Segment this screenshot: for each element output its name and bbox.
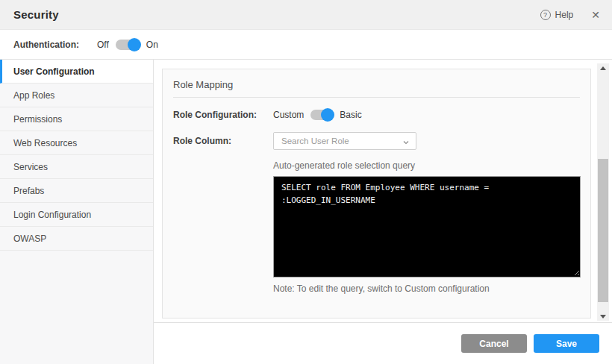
- sidebar-item-permissions[interactable]: Permissions: [0, 107, 153, 131]
- sidebar-item-label: App Roles: [13, 90, 54, 101]
- role-mapping-panel: Role Mapping Role Configuration: Custom …: [162, 69, 591, 318]
- help-label: Help: [555, 10, 574, 20]
- sidebar-item-owasp[interactable]: OWASP: [0, 227, 153, 251]
- content-area: User Configuration App Roles Permissions…: [0, 60, 612, 364]
- query-editor-wrap: SELECT role FROM Employee WHERE username…: [273, 176, 581, 277]
- chevron-down-icon: [403, 139, 409, 145]
- custom-option-label: Custom: [273, 110, 304, 120]
- footer-actions: Cancel Save: [154, 323, 612, 364]
- sidebar: User Configuration App Roles Permissions…: [0, 60, 154, 364]
- authentication-off-label: Off: [97, 40, 109, 50]
- cancel-button[interactable]: Cancel: [461, 334, 527, 353]
- page-title: Security: [13, 8, 59, 21]
- role-configuration-toggle[interactable]: [310, 110, 333, 120]
- role-configuration-row: Role Configuration: Custom Basic: [173, 110, 580, 120]
- header-actions: ? Help ✕: [540, 10, 600, 20]
- panel-title-divider: [173, 97, 580, 98]
- panel-title: Role Mapping: [163, 69, 590, 97]
- toggle-knob: [321, 108, 334, 122]
- sidebar-item-label: Permissions: [13, 114, 62, 125]
- scroll-down-icon[interactable]: [597, 312, 609, 321]
- role-configuration-control: Custom Basic: [273, 110, 362, 120]
- vertical-scrollbar[interactable]: [597, 63, 609, 321]
- role-column-label: Role Column:: [173, 136, 273, 146]
- scroll-up-icon[interactable]: [597, 63, 609, 72]
- help-button[interactable]: ? Help: [540, 10, 574, 20]
- help-icon: ?: [540, 10, 551, 20]
- sidebar-item-prefabs[interactable]: Prefabs: [0, 179, 153, 203]
- sidebar-item-user-configuration[interactable]: User Configuration: [0, 60, 153, 84]
- sidebar-item-services[interactable]: Services: [0, 155, 153, 179]
- sidebar-item-app-roles[interactable]: App Roles: [0, 84, 153, 107]
- basic-option-label: Basic: [340, 110, 361, 120]
- query-caption: Auto-generated role selection query: [273, 160, 580, 171]
- sidebar-item-label: User Configuration: [13, 66, 95, 77]
- authentication-on-label: On: [146, 40, 158, 50]
- main-area: Role Mapping Role Configuration: Custom …: [154, 60, 612, 364]
- scrollbar-thumb[interactable]: [598, 159, 608, 302]
- authentication-bar: Authentication: Off On: [0, 30, 612, 60]
- authentication-label: Authentication:: [13, 40, 79, 50]
- query-section: Auto-generated role selection query SELE…: [273, 160, 580, 294]
- authentication-toggle[interactable]: [116, 40, 140, 50]
- close-icon[interactable]: ✕: [591, 10, 600, 20]
- sidebar-item-label: Prefabs: [13, 186, 44, 196]
- role-column-placeholder: Search User Role: [281, 136, 349, 145]
- sidebar-item-web-resources[interactable]: Web Resources: [0, 131, 153, 155]
- role-column-select[interactable]: Search User Role: [273, 132, 416, 150]
- security-dialog: Security ? Help ✕ Authentication: Off On…: [0, 0, 612, 364]
- triangle-up-shape: [600, 66, 606, 70]
- sidebar-item-label: Services: [13, 162, 48, 172]
- triangle-down-shape: [600, 315, 606, 318]
- save-button[interactable]: Save: [534, 334, 599, 353]
- dialog-header: Security ? Help ✕: [0, 0, 612, 30]
- query-note: Note: To edit the query, switch to Custo…: [273, 283, 580, 294]
- sidebar-item-label: Login Configuration: [13, 210, 91, 220]
- query-textarea[interactable]: SELECT role FROM Employee WHERE username…: [273, 176, 581, 277]
- role-column-row: Role Column: Search User Role: [173, 132, 580, 150]
- sidebar-item-label: Web Resources: [13, 138, 77, 148]
- sidebar-item-label: OWASP: [13, 233, 46, 244]
- role-configuration-label: Role Configuration:: [173, 110, 273, 120]
- toggle-knob: [128, 38, 141, 51]
- sidebar-item-login-configuration[interactable]: Login Configuration: [0, 203, 153, 227]
